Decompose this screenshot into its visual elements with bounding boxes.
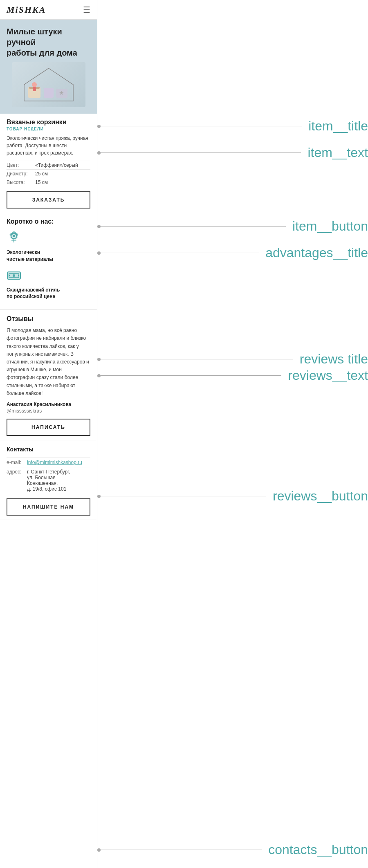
contacts-table: e-mail: info@mimimishkashop.ru адрес: г.… xyxy=(7,458,90,493)
price-label: Скандинавский стильпо российской цене xyxy=(7,287,90,301)
hero-section: Милые штукиручнойработы для дома ★ xyxy=(0,20,97,114)
svg-rect-4 xyxy=(44,88,54,98)
header: MiSHKA ☰ xyxy=(0,0,97,20)
annotation-label-contacts-button: contacts__button xyxy=(262,842,368,857)
review-text: Я молодая мама, но всё равно фотографии … xyxy=(7,327,90,397)
advantages-title: Коротко о нас: xyxy=(7,218,90,225)
hero-illustration: ★ xyxy=(16,64,81,105)
eco-icon xyxy=(7,230,21,245)
reviews-title: Отзывы xyxy=(7,315,90,323)
annotation-dot-item-title xyxy=(97,125,101,128)
spec-row-diameter: Диаметр: 25 см xyxy=(7,170,90,178)
annotation-dot-contacts-button xyxy=(97,848,101,852)
annotation-dot-item-button xyxy=(97,225,101,228)
spec-value-diameter: 25 см xyxy=(35,170,90,178)
annotation-item-text: item__text xyxy=(97,145,368,160)
annotation-reviews-button: reviews__button xyxy=(97,489,368,504)
annotation-reviews-text: reviews__text xyxy=(97,368,368,383)
annotation-dot-advantages-title xyxy=(97,251,101,255)
address-label: адрес: xyxy=(7,467,27,493)
advantage-eco: Экологическичистые материалы xyxy=(7,230,90,263)
write-button[interactable]: НАПИСАТЬ xyxy=(7,419,90,436)
eco-label: Экологическичистые материалы xyxy=(7,249,90,263)
email-link[interactable]: info@mimimishkashop.ru xyxy=(27,460,82,465)
annotation-line-advantages-title xyxy=(101,253,259,253)
annotation-panel: item__title item__text item__button adva… xyxy=(97,0,368,868)
annotation-dot-item-text xyxy=(97,151,101,155)
contacts-title: Контакты xyxy=(7,446,90,453)
logo: MiSHKA xyxy=(7,4,46,15)
item-badge: ТОВАР НЕДЕЛИ xyxy=(7,127,90,131)
email-value: info@mimimishkashop.ru xyxy=(27,458,90,467)
order-button[interactable]: ЗАКАЗАТЬ xyxy=(7,191,90,209)
item-title: Вязаные корзинки xyxy=(7,119,90,126)
menu-icon[interactable]: ☰ xyxy=(83,5,90,15)
annotation-line-contacts-button xyxy=(101,850,262,850)
reviews-section: Отзывы Я молодая мама, но всё равно фото… xyxy=(0,310,97,440)
hero-title: Милые штукиручнойработы для дома xyxy=(7,26,90,58)
advantage-price: Скандинавский стильпо российской цене xyxy=(7,268,90,301)
annotation-advantages-title: advantages__title xyxy=(97,245,368,260)
annotation-item-title: item__title xyxy=(97,119,368,134)
annotation-label-item-text: item__text xyxy=(301,145,368,160)
annotation-label-item-button: item__button xyxy=(286,219,368,234)
reviewer-name: Анастасия Красильникова xyxy=(7,401,90,407)
item-section: Вязаные корзинки ТОВАР НЕДЕЛИ Экологичес… xyxy=(0,114,97,212)
annotation-item-button: item__button xyxy=(97,219,368,234)
svg-rect-8 xyxy=(33,87,36,91)
specs-table: Цвет: «Тиффани»/серый Диаметр: 25 см Выс… xyxy=(7,161,90,186)
address-value: г. Санкт-Петербург,ул. БольшаяКонюшенная… xyxy=(27,467,90,493)
money-icon xyxy=(7,268,21,283)
email-label: e-mail: xyxy=(7,458,27,467)
annotation-label-reviews-title: reviews title xyxy=(293,352,368,367)
annotation-label-reviews-button: reviews__button xyxy=(266,489,368,504)
contacts-section: Контакты e-mail: info@mimimishkashop.ru … xyxy=(0,440,97,520)
spec-label-height: Высота: xyxy=(7,178,35,187)
annotation-label-reviews-text: reviews__text xyxy=(281,368,368,383)
annotation-line-item-text xyxy=(101,153,301,153)
annotation-dot-reviews-button xyxy=(97,495,101,498)
spec-value-color: «Тиффани»/серый xyxy=(35,161,90,170)
annotation-line-reviews-button xyxy=(101,496,266,496)
svg-text:★: ★ xyxy=(59,90,64,96)
svg-point-20 xyxy=(13,274,15,277)
contact-button[interactable]: НАПИШИТЕ НАМ xyxy=(7,498,90,516)
annotation-line-reviews-title xyxy=(101,359,293,359)
svg-point-16 xyxy=(12,231,16,234)
contact-email-row: e-mail: info@mimimishkashop.ru xyxy=(7,458,90,467)
annotation-contacts-button: contacts__button xyxy=(97,842,368,857)
annotation-line-item-button xyxy=(101,226,286,227)
spec-label-color: Цвет: xyxy=(7,161,35,170)
spec-value-height: 15 см xyxy=(35,178,90,187)
annotation-dot-reviews-text xyxy=(97,374,101,377)
svg-point-11 xyxy=(13,235,15,237)
item-description: Экологически чистая пряжа, ручная работа… xyxy=(7,135,90,157)
annotation-label-item-title: item__title xyxy=(302,119,368,134)
spec-row-height: Высота: 15 см xyxy=(7,178,90,187)
annotation-line-item-title xyxy=(101,126,302,126)
annotation-reviews-title: reviews title xyxy=(97,352,368,367)
reviewer-handle: @misssssiskras xyxy=(7,408,90,414)
mobile-panel: MiSHKA ☰ Милые штукиручнойработы для дом… xyxy=(0,0,97,868)
svg-point-7 xyxy=(32,82,37,87)
annotation-dot-reviews-title xyxy=(97,358,101,361)
spec-label-diameter: Диаметр: xyxy=(7,170,35,178)
spec-row-color: Цвет: «Тиффани»/серый xyxy=(7,161,90,170)
advantages-section: Коротко о нас: Экологическичистые матери… xyxy=(0,212,97,310)
annotation-line-reviews-text xyxy=(101,375,281,376)
hero-image: ★ xyxy=(12,62,85,107)
annotation-label-advantages-title: advantages__title xyxy=(259,245,368,260)
contact-address-row: адрес: г. Санкт-Петербург,ул. БольшаяКон… xyxy=(7,467,90,493)
